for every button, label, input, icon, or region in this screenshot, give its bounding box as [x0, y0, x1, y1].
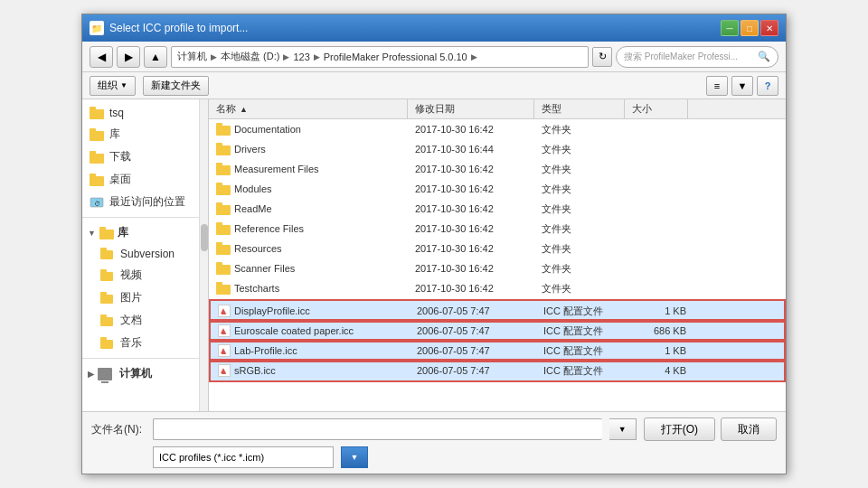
- file-cell-size: 4 KB: [628, 365, 692, 376]
- up-button[interactable]: ▲: [144, 46, 167, 68]
- address-drive: 本地磁盘 (D:): [221, 50, 279, 63]
- folder-icon: [216, 143, 231, 155]
- folder-row[interactable]: Drivers 2017-10-30 16:44 文件夹: [209, 139, 786, 159]
- folder-icon: [216, 242, 231, 255]
- address-toolbar: ◀ ▶ ▲ 计算机 ▶ 本地磁盘 (D:) ▶ 123 ▶ ProfileMak…: [82, 42, 786, 72]
- search-box[interactable]: 搜索 ProfileMaker Professi... 🔍: [616, 46, 778, 68]
- file-cell-type: ICC 配置文件: [538, 324, 628, 338]
- icc-file-row[interactable]: ▲ sRGB.icc 2006-07-05 7:47 ICC 配置文件 4 KB: [211, 361, 784, 380]
- file-cell-type: 文件夹: [536, 262, 627, 276]
- address-profile: ProfileMaker Professional 5.0.10: [324, 52, 467, 62]
- expand-arrow-icon: ▼: [88, 229, 96, 238]
- icc-file-row[interactable]: ▲ Euroscale coated paper.icc 2006-07-05 …: [211, 321, 784, 341]
- icc-file-row[interactable]: ▲ Lab-Profile.icc 2006-07-05 7:47 ICC 配置…: [211, 341, 784, 361]
- sidebar-item-xiazai[interactable]: 下载: [82, 145, 208, 168]
- address-bar[interactable]: 计算机 ▶ 本地磁盘 (D:) ▶ 123 ▶ ProfileMaker Pro…: [171, 46, 589, 68]
- address-folder: 123: [293, 52, 309, 62]
- view-dropdown-button[interactable]: ▼: [731, 76, 753, 96]
- file-cell-name: ▲ sRGB.icc: [212, 364, 411, 377]
- new-folder-button[interactable]: 新建文件夹: [143, 76, 209, 96]
- bottom-bar: 文件名(N): ▼ 打开(O) 取消 ICC profiles (*.icc *…: [82, 411, 786, 474]
- icc-file-row[interactable]: ▲ DisplayProfile.icc 2006-07-05 7:47 ICC…: [211, 301, 784, 321]
- folder-row[interactable]: Measurement Files 2017-10-30 16:42 文件夹: [209, 159, 786, 179]
- file-area: 名称 ▲ 修改日期 类型 大小 Documentation 2: [209, 99, 786, 411]
- filetype-dropdown-arrow[interactable]: ▼: [341, 446, 368, 468]
- file-cell-date: 2017-10-30 16:42: [410, 223, 536, 234]
- folder-row[interactable]: Documentation 2017-10-30 16:42 文件夹: [209, 119, 786, 139]
- file-cell-name: Resources: [211, 242, 410, 255]
- file-cell-type: 文件夹: [536, 282, 627, 296]
- file-cell-name: ▲ Euroscale coated paper.icc: [212, 324, 411, 337]
- forward-button[interactable]: ▶: [117, 46, 140, 68]
- sidebar-item-recent[interactable]: ⏱ 最近访问的位置: [82, 191, 208, 213]
- col-header-type[interactable]: 类型: [534, 99, 625, 118]
- file-cell-type: 文件夹: [536, 183, 627, 196]
- file-cell-type: ICC 配置文件: [538, 364, 628, 378]
- col-header-name[interactable]: 名称 ▲: [209, 99, 408, 118]
- file-cell-date: 2017-10-30 16:42: [410, 203, 536, 214]
- file-cell-date: 2006-07-05 7:47: [411, 365, 538, 376]
- computer-icon: [98, 368, 112, 380]
- folder-icon: [100, 248, 115, 260]
- cancel-button[interactable]: 取消: [721, 418, 777, 441]
- folder-icon: [216, 183, 231, 195]
- scrollbar-thumb: [201, 224, 208, 251]
- file-cell-name: Reference Files: [211, 222, 410, 235]
- folder-icon: [216, 123, 231, 136]
- sidebar-scrollbar[interactable]: [199, 99, 208, 411]
- file-cell-type: 文件夹: [536, 222, 627, 236]
- filename-dropdown-arrow[interactable]: ▼: [609, 418, 637, 440]
- folder-icon: [216, 202, 231, 215]
- file-cell-date: 2006-07-05 7:47: [411, 325, 538, 336]
- maximize-button[interactable]: □: [741, 20, 759, 36]
- sidebar-item-shipin[interactable]: 视频: [82, 264, 208, 286]
- organize-button[interactable]: 组织 ▼: [90, 76, 136, 96]
- help-button[interactable]: ?: [757, 76, 778, 96]
- folder-row[interactable]: Reference Files 2017-10-30 16:42 文件夹: [209, 219, 786, 239]
- sidebar-item-zhuomian[interactable]: 桌面: [82, 168, 208, 191]
- folder-icon: [90, 107, 104, 119]
- filename-row: 文件名(N): ▼ 打开(O) 取消: [91, 418, 777, 441]
- back-button[interactable]: ◀: [90, 46, 113, 68]
- refresh-button[interactable]: ↻: [592, 47, 612, 67]
- filetype-select[interactable]: ICC profiles (*.icc *.icm): [153, 446, 334, 468]
- close-button[interactable]: ✕: [760, 20, 778, 36]
- sidebar-item-tsq[interactable]: tsq: [82, 103, 208, 123]
- col-header-size[interactable]: 大小: [625, 99, 688, 118]
- folder-row[interactable]: Resources 2017-10-30 16:42 文件夹: [209, 239, 786, 258]
- folder-row[interactable]: Modules 2017-10-30 16:42 文件夹: [209, 179, 786, 199]
- file-cell-name: Documentation: [211, 123, 410, 136]
- chevron-icon-2: ▶: [283, 52, 289, 61]
- filename-label: 文件名(N):: [91, 422, 146, 437]
- sidebar-section-ku[interactable]: ▼ 库: [82, 221, 208, 244]
- search-placeholder: 搜索 ProfileMaker Professi...: [624, 51, 738, 63]
- filename-input[interactable]: [153, 418, 602, 440]
- sidebar-item-ku[interactable]: 库: [82, 123, 208, 145]
- sidebar-section-computer[interactable]: ▶ 计算机: [82, 362, 208, 385]
- sidebar-item-tupian[interactable]: 图片: [82, 286, 208, 309]
- icc-icon: ▲: [218, 364, 231, 377]
- folder-row[interactable]: ReadMe 2017-10-30 16:42 文件夹: [209, 199, 786, 219]
- icc-icon: ▲: [218, 305, 231, 317]
- sidebar-item-wendang[interactable]: 文档: [82, 309, 208, 332]
- file-cell-type: 文件夹: [536, 202, 627, 216]
- file-cell-type: 文件夹: [536, 242, 627, 256]
- minimize-button[interactable]: ─: [721, 20, 739, 36]
- sidebar-item-subversion[interactable]: Subversion: [82, 244, 208, 264]
- file-cell-name: Modules: [211, 183, 410, 195]
- file-cell-name: Drivers: [211, 143, 410, 155]
- file-cell-date: 2017-10-30 16:42: [410, 243, 536, 254]
- open-button[interactable]: 打开(O): [644, 418, 715, 441]
- file-cell-type: 文件夹: [536, 123, 627, 136]
- folder-icon: [100, 292, 115, 305]
- col-header-date[interactable]: 修改日期: [408, 99, 534, 118]
- folder-icon: [100, 314, 115, 327]
- icc-icon: ▲: [218, 324, 231, 337]
- main-area: tsq 库 下载 桌面 ⏱ 最近访问的位置: [82, 99, 786, 411]
- folder-icon: [216, 222, 231, 235]
- folder-row[interactable]: Scanner Files 2017-10-30 16:42 文件夹: [209, 258, 786, 278]
- sidebar-item-yinyue[interactable]: 音乐: [82, 332, 208, 354]
- folder-row[interactable]: Testcharts 2017-10-30 16:42 文件夹: [209, 278, 786, 298]
- view-list-button[interactable]: ≡: [706, 76, 728, 96]
- address-computer: 计算机: [177, 50, 207, 63]
